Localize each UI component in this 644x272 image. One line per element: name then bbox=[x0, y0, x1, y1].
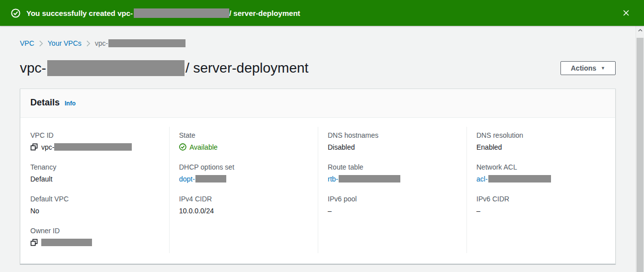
redacted-value bbox=[195, 175, 226, 182]
redacted-value bbox=[41, 239, 92, 246]
info-link[interactable]: Info bbox=[65, 100, 76, 107]
caret-down-icon: ▼ bbox=[601, 66, 605, 71]
field-label: Default VPC bbox=[30, 195, 159, 203]
field-ipv6-pool: IPv6 pool – bbox=[328, 195, 457, 215]
field-owner-id: Owner ID bbox=[30, 227, 159, 247]
actions-button[interactable]: Actions ▼ bbox=[560, 61, 616, 75]
field-value: – bbox=[328, 206, 457, 215]
field-label: Tenancy bbox=[30, 163, 159, 171]
redacted-value bbox=[339, 175, 400, 182]
details-card-body: VPC ID vpc- Tenancy Default Def bbox=[20, 118, 615, 264]
field-label: IPv6 pool bbox=[328, 195, 457, 203]
column-divider bbox=[318, 127, 318, 253]
field-network-acl: Network ACL acl- bbox=[476, 163, 605, 183]
vertical-scrollbar[interactable] bbox=[636, 26, 644, 272]
page-title-suffix: / server-deployment bbox=[185, 60, 308, 76]
breadcrumb-current-label: vpc- bbox=[95, 39, 108, 47]
field-dns-resolution: DNS resolution Enabled bbox=[476, 131, 605, 151]
page-header: vpc- / server-deployment Actions ▼ bbox=[20, 58, 616, 79]
close-icon bbox=[622, 9, 630, 17]
column-divider bbox=[466, 127, 467, 253]
redacted-value bbox=[54, 143, 132, 151]
breadcrumb-current: vpc- bbox=[95, 39, 185, 47]
field-dhcp-options-set: DHCP options set dopt- bbox=[179, 163, 308, 183]
field-label: Network ACL bbox=[476, 163, 605, 171]
redacted-vpc-id bbox=[108, 39, 185, 47]
scrollbar-up-button[interactable] bbox=[636, 26, 644, 34]
field-value: No bbox=[30, 206, 159, 215]
field-label: Owner ID bbox=[30, 227, 159, 235]
field-label: DNS hostnames bbox=[328, 131, 457, 139]
banner-close-button[interactable] bbox=[619, 6, 633, 20]
page-title: vpc- / server-deployment bbox=[20, 60, 308, 76]
column-divider bbox=[169, 127, 170, 253]
actions-button-label: Actions bbox=[571, 64, 596, 72]
field-value: Default bbox=[30, 175, 159, 183]
field-value-prefix: vpc- bbox=[41, 143, 54, 151]
field-route-table: Route table rtb- bbox=[328, 163, 457, 183]
details-column-2: State Available DHCP options set dopt- I… bbox=[169, 131, 318, 264]
redacted-vpc-id bbox=[47, 60, 184, 76]
banner-message: You successfully created vpc- / server-d… bbox=[26, 8, 300, 18]
banner-message-suffix: / server-deployment bbox=[229, 9, 300, 17]
status-available-icon bbox=[179, 143, 186, 151]
route-table-link[interactable]: rtb- bbox=[328, 175, 338, 183]
status-text: Available bbox=[189, 143, 218, 151]
success-banner: You successfully created vpc- / server-d… bbox=[0, 0, 644, 26]
details-column-3: DNS hostnames Disabled Route table rtb- … bbox=[318, 131, 466, 264]
chevron-up-icon bbox=[638, 29, 643, 32]
details-title: Details bbox=[30, 97, 60, 108]
scrollbar-thumb[interactable] bbox=[637, 38, 644, 272]
chevron-right-icon bbox=[39, 40, 43, 47]
field-default-vpc: Default VPC No bbox=[30, 195, 159, 215]
dhcp-options-link[interactable]: dopt- bbox=[179, 175, 195, 183]
field-ipv4-cidr: IPv4 CIDR 10.0.0.0/24 bbox=[179, 195, 308, 215]
details-card-header: Details Info bbox=[20, 89, 615, 118]
breadcrumb-link-vpc[interactable]: VPC bbox=[20, 39, 34, 47]
copy-icon[interactable] bbox=[30, 239, 38, 246]
field-vpc-id: VPC ID vpc- bbox=[30, 131, 159, 151]
field-label: IPv4 CIDR bbox=[179, 195, 308, 203]
field-label: State bbox=[179, 131, 308, 139]
field-label: IPv6 CIDR bbox=[476, 195, 605, 203]
field-label: DNS resolution bbox=[476, 131, 605, 139]
details-column-4: DNS resolution Enabled Network ACL acl- … bbox=[466, 131, 615, 264]
field-label: Route table bbox=[328, 163, 457, 171]
field-label: VPC ID bbox=[30, 131, 159, 139]
field-value: 10.0.0.0/24 bbox=[179, 206, 308, 215]
banner-message-prefix: You successfully created vpc- bbox=[26, 9, 133, 17]
field-dns-hostnames: DNS hostnames Disabled bbox=[328, 131, 457, 151]
redacted-vpc-id bbox=[134, 8, 229, 18]
redacted-value bbox=[488, 175, 551, 182]
field-value: Disabled bbox=[328, 143, 457, 151]
chevron-right-icon bbox=[86, 40, 91, 47]
details-card: Details Info VPC ID vpc- bbox=[20, 89, 616, 264]
field-value: Enabled bbox=[476, 143, 605, 151]
copy-icon[interactable] bbox=[30, 143, 38, 151]
success-check-icon bbox=[11, 8, 20, 18]
details-column-1: VPC ID vpc- Tenancy Default Def bbox=[20, 131, 169, 264]
breadcrumb-link-your-vpcs[interactable]: Your VPCs bbox=[48, 39, 82, 47]
breadcrumb: VPC Your VPCs vpc- bbox=[20, 39, 185, 47]
field-value: – bbox=[476, 206, 605, 215]
field-ipv6-cidr: IPv6 CIDR – bbox=[476, 195, 605, 215]
network-acl-link[interactable]: acl- bbox=[476, 175, 488, 183]
field-state: State Available bbox=[179, 131, 308, 151]
field-tenancy: Tenancy Default bbox=[30, 163, 159, 183]
page-title-prefix: vpc- bbox=[20, 60, 46, 76]
field-label: DHCP options set bbox=[179, 163, 308, 171]
